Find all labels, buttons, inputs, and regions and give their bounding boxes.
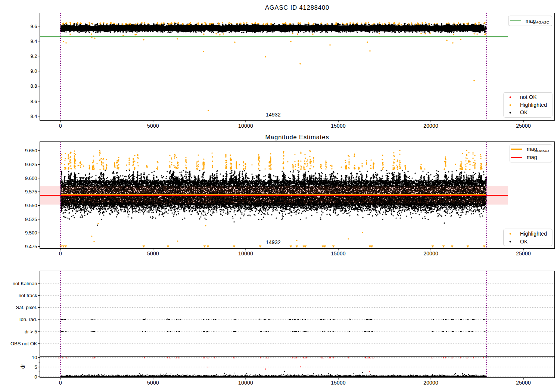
- svg-text:20000: 20000: [423, 251, 438, 256]
- svg-text:0: 0: [59, 380, 62, 386]
- svg-text:0: 0: [34, 374, 37, 380]
- svg-text:not OK: not OK: [520, 94, 537, 100]
- svg-text:10000: 10000: [238, 123, 253, 129]
- svg-text:Ion. rad.: Ion. rad.: [19, 317, 37, 322]
- svg-text:OK: OK: [520, 239, 528, 245]
- svg-text:0: 0: [59, 123, 62, 129]
- svg-text:0: 0: [59, 251, 62, 256]
- svg-text:25000: 25000: [516, 251, 531, 256]
- svg-text:8.6: 8.6: [30, 99, 37, 104]
- svg-text:9.4: 9.4: [30, 38, 37, 44]
- svg-text:20000: 20000: [423, 123, 438, 129]
- svg-text:OK: OK: [520, 110, 528, 115]
- svg-text:14932: 14932: [266, 240, 281, 245]
- svg-text:Highlighted: Highlighted: [520, 231, 547, 237]
- svg-text:AGASC ID 41288400: AGASC ID 41288400: [265, 4, 329, 11]
- svg-text:mag: mag: [527, 155, 537, 160]
- svg-text:25000: 25000: [516, 123, 531, 129]
- svg-text:9.500: 9.500: [25, 230, 37, 236]
- svg-text:dr > 5: dr > 5: [25, 329, 37, 335]
- svg-text:9.650: 9.650: [25, 148, 37, 153]
- svg-text:8.4: 8.4: [30, 113, 37, 119]
- svg-text:5: 5: [34, 364, 37, 370]
- svg-text:dr: dr: [20, 364, 26, 368]
- svg-text:5000: 5000: [147, 380, 159, 386]
- svg-text:9.6: 9.6: [30, 24, 37, 29]
- svg-text:10000: 10000: [238, 380, 253, 386]
- svg-text:9.550: 9.550: [25, 203, 37, 208]
- svg-text:9.575: 9.575: [25, 189, 37, 195]
- svg-text:Sat. pixel.: Sat. pixel.: [16, 305, 37, 310]
- svg-text:9.625: 9.625: [25, 162, 37, 167]
- svg-text:15000: 15000: [331, 380, 346, 386]
- svg-text:15000: 15000: [331, 123, 346, 129]
- svg-text:10: 10: [32, 355, 37, 360]
- svg-text:Highlighted: Highlighted: [520, 102, 547, 108]
- svg-text:15000: 15000: [331, 251, 346, 256]
- svg-text:OBS not OK: OBS not OK: [10, 341, 37, 346]
- svg-text:9.475: 9.475: [25, 244, 37, 249]
- svg-text:not Kalman: not Kalman: [13, 281, 37, 286]
- svg-text:9.0: 9.0: [30, 68, 37, 74]
- svg-text:9.2: 9.2: [30, 53, 37, 59]
- svg-text:Magnitude Estimates: Magnitude Estimates: [265, 134, 329, 140]
- svg-text:10000: 10000: [238, 251, 253, 256]
- svg-text:9.525: 9.525: [25, 217, 37, 222]
- svg-text:5000: 5000: [147, 251, 159, 256]
- svg-text:20000: 20000: [423, 380, 438, 386]
- svg-text:9.600: 9.600: [25, 175, 37, 181]
- svg-text:25000: 25000: [516, 380, 531, 386]
- svg-text:5000: 5000: [147, 123, 159, 129]
- svg-text:not track: not track: [19, 293, 37, 298]
- svg-text:8.8: 8.8: [30, 83, 37, 89]
- svg-text:14932: 14932: [266, 112, 281, 118]
